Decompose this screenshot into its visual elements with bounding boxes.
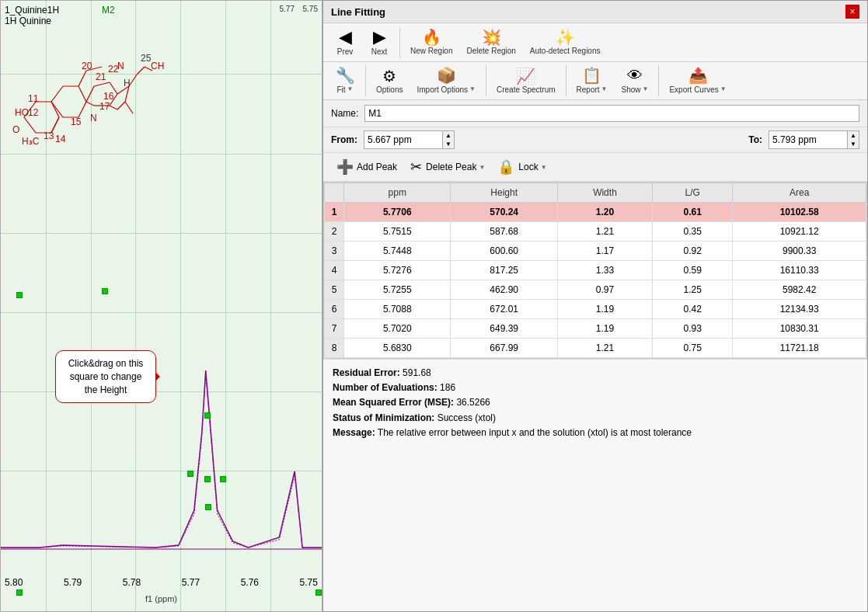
cell-lg[interactable]: 0.93 — [653, 319, 733, 339]
delete-region-button[interactable]: 💥 Delete Region — [461, 27, 521, 57]
auto-detect-button[interactable]: ✨ Auto-detect Regions — [525, 27, 606, 57]
cell-width[interactable]: 0.97 — [557, 280, 652, 300]
cell-ppm[interactable]: 5.7255 — [344, 280, 451, 300]
cell-height[interactable]: 587.68 — [451, 222, 557, 242]
cell-num[interactable]: 4 — [325, 261, 344, 280]
table-row[interactable]: 85.6830667.991.210.7511721.18 — [325, 339, 866, 358]
cell-num[interactable]: 7 — [325, 319, 344, 339]
report-wrap[interactable]: 📋 Report ▼ — [571, 65, 613, 96]
cell-height[interactable]: 462.90 — [451, 280, 557, 300]
cell-height[interactable]: 817.25 — [451, 261, 557, 280]
cell-num[interactable]: 5 — [325, 280, 344, 300]
table-row[interactable]: 65.7088672.011.190.4212134.93 — [325, 300, 866, 319]
auto-detect-label: Auto-detect Regions — [530, 47, 601, 55]
control-point-1[interactable] — [102, 288, 108, 294]
show-wrap[interactable]: 👁 Show ▼ — [616, 65, 654, 96]
cell-lg[interactable]: 0.59 — [653, 261, 733, 280]
fit-label: Fit — [336, 85, 345, 94]
cell-ppm[interactable]: 5.7706 — [344, 203, 451, 222]
cell-ppm[interactable]: 5.7020 — [344, 319, 451, 339]
cell-num[interactable]: 8 — [325, 339, 344, 358]
control-point-5[interactable] — [220, 476, 226, 482]
cell-ppm[interactable]: 5.7088 — [344, 300, 451, 319]
control-point-6[interactable] — [205, 504, 211, 510]
control-point-bottom-left[interactable] — [16, 589, 23, 596]
from-spinner-up[interactable]: ▲ — [443, 131, 454, 140]
cell-num[interactable]: 6 — [325, 300, 344, 319]
prev-button[interactable]: ◀ Prev — [329, 26, 361, 58]
cell-width[interactable]: 1.19 — [557, 319, 652, 339]
cell-num[interactable]: 3 — [325, 242, 344, 261]
table-row[interactable]: 25.7515587.681.210.3510921.12 — [325, 222, 866, 242]
control-point-top[interactable] — [204, 412, 211, 419]
cell-ppm[interactable]: 5.7448 — [344, 242, 451, 261]
control-point-top-left[interactable] — [16, 292, 23, 298]
to-spinner-down[interactable]: ▼ — [848, 140, 859, 148]
import-options-wrap[interactable]: 📦 Import Options ▼ — [411, 65, 481, 96]
cell-height[interactable]: 672.01 — [451, 300, 557, 319]
cell-lg[interactable]: 0.35 — [653, 222, 733, 242]
table-row[interactable]: 55.7255462.900.971.255982.42 — [325, 280, 866, 300]
from-input[interactable] — [364, 131, 442, 148]
delete-peak-icon: ✂ — [410, 158, 422, 176]
add-peak-button[interactable]: ➕ Add Peak — [331, 156, 403, 178]
name-input[interactable] — [364, 105, 859, 122]
lock-wrap[interactable]: 🔒 Lock ▼ — [493, 157, 551, 177]
control-point-4[interactable] — [204, 476, 211, 482]
col-header-height: Height — [451, 183, 557, 203]
cell-lg[interactable]: 1.25 — [653, 280, 733, 300]
control-point-3[interactable] — [187, 471, 193, 477]
cell-width[interactable]: 1.21 — [557, 339, 652, 358]
cell-ppm[interactable]: 5.7515 — [344, 222, 451, 242]
cell-area[interactable]: 10102.58 — [733, 203, 866, 222]
to-spinner-up[interactable]: ▲ — [848, 131, 859, 140]
cell-num[interactable]: 1 — [325, 203, 344, 222]
cell-area[interactable]: 11721.18 — [733, 339, 866, 358]
table-row[interactable]: 75.7020649.391.190.9310830.31 — [325, 319, 866, 339]
next-button[interactable]: ▶ Next — [364, 26, 395, 58]
table-row[interactable]: 45.7276817.251.330.5916110.33 — [325, 261, 866, 280]
cell-width[interactable]: 1.21 — [557, 222, 652, 242]
options-button[interactable]: ⚙ Options — [371, 66, 408, 96]
auto-detect-icon: ✨ — [556, 30, 575, 45]
cell-lg[interactable]: 0.42 — [653, 300, 733, 319]
table-row[interactable]: 15.7706570.241.200.6110102.58 — [325, 203, 866, 222]
cell-width[interactable]: 1.20 — [557, 203, 652, 222]
delete-peak-wrap[interactable]: ✂ Delete Peak ▼ — [406, 157, 490, 177]
import-dropdown-arrow: ▼ — [469, 85, 476, 92]
cell-height[interactable]: 667.99 — [451, 339, 557, 358]
from-spinner-down[interactable]: ▼ — [443, 140, 454, 148]
cell-area[interactable]: 12134.93 — [733, 300, 866, 319]
cell-area[interactable]: 5982.42 — [733, 280, 866, 300]
table-row[interactable]: 35.7448600.601.170.929900.33 — [325, 242, 866, 261]
cell-ppm[interactable]: 5.6830 — [344, 339, 451, 358]
control-point-right[interactable] — [315, 589, 322, 596]
cell-area[interactable]: 10921.12 — [733, 222, 866, 242]
import-options-icon: 📦 — [437, 68, 456, 83]
cell-width[interactable]: 1.17 — [557, 242, 652, 261]
cell-ppm[interactable]: 5.7276 — [344, 261, 451, 280]
cell-num[interactable]: 2 — [325, 222, 344, 242]
new-region-button[interactable]: 🔥 New Region — [405, 27, 458, 57]
to-input[interactable] — [769, 131, 847, 148]
cell-area[interactable]: 9900.33 — [733, 242, 866, 261]
fit-button-wrap[interactable]: 🔧 Fit ▼ — [329, 65, 361, 96]
cell-width[interactable]: 1.33 — [557, 261, 652, 280]
cell-height[interactable]: 649.39 — [451, 319, 557, 339]
delete-peak-dropdown: ▼ — [479, 164, 485, 171]
cell-area[interactable]: 10830.31 — [733, 319, 866, 339]
cell-lg[interactable]: 0.75 — [653, 339, 733, 358]
cell-lg[interactable]: 0.61 — [653, 203, 733, 222]
cell-lg[interactable]: 0.92 — [653, 242, 733, 261]
cell-height[interactable]: 600.60 — [451, 242, 557, 261]
cell-width[interactable]: 1.19 — [557, 300, 652, 319]
status-area: Residual Error: 591.68 Number of Evaluat… — [323, 359, 867, 611]
svg-line-3 — [78, 71, 86, 86]
cell-height[interactable]: 570.24 — [451, 203, 557, 222]
tooltip-bubble: Click&drag on this square to change the … — [55, 350, 156, 403]
fit-icon: 🔧 — [336, 68, 355, 83]
close-button[interactable]: × — [845, 5, 859, 19]
export-curves-wrap[interactable]: 📤 Export Curves ▼ — [664, 65, 731, 96]
cell-area[interactable]: 16110.33 — [733, 261, 866, 280]
create-spectrum-button[interactable]: 📈 Create Spectrum — [491, 66, 561, 96]
